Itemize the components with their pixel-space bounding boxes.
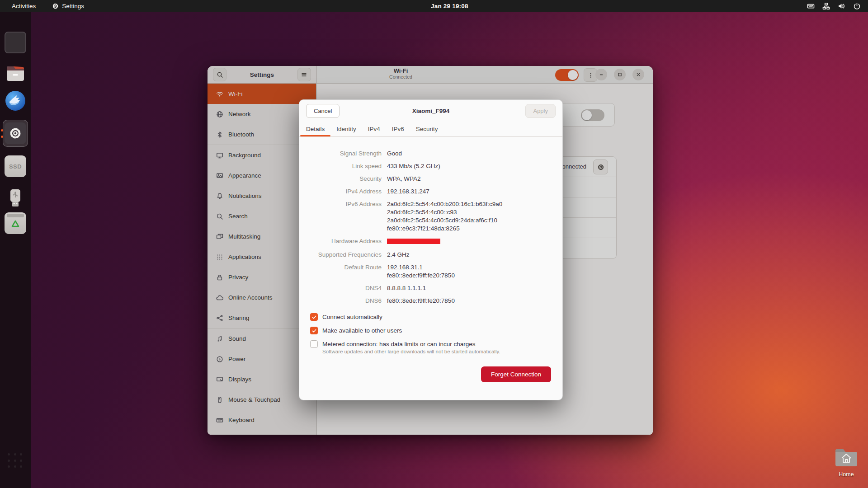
detail-row: Default Route192.168.31.1fe80::8ede:f9ff… xyxy=(310,263,552,280)
dock-item-usb[interactable] xyxy=(5,188,26,209)
detail-label: IPv6 Address xyxy=(310,200,382,233)
checkbox-label: Connect automatically xyxy=(322,313,382,321)
detail-value: 2a0d:6fc2:5c54:4c00:b200:16c1:b63f:c9a02… xyxy=(387,200,502,233)
home-folder-icon xyxy=(834,447,859,468)
dialog-header: Xiaomi_F994 Cancel Apply xyxy=(299,100,562,122)
tab-ipv6[interactable]: IPv6 xyxy=(386,122,410,136)
gear-icon xyxy=(52,3,59,9)
detail-value: 192.168.31.247 xyxy=(387,188,429,196)
detail-value: WPA, WPA2 xyxy=(387,175,421,183)
checkbox-unchecked[interactable] xyxy=(310,340,318,348)
tab-identity[interactable]: Identity xyxy=(330,122,362,136)
usb-drive-icon xyxy=(5,188,26,209)
detail-value: 8.8.8.8 1.1.1.1 xyxy=(387,284,426,292)
clock[interactable]: Jan 29 19:08 xyxy=(431,0,468,12)
detail-row: Link speed433 Mb/s (5.2 GHz) xyxy=(310,162,552,170)
dialog-tabs: DetailsIdentityIPv4IPv6Security xyxy=(299,122,562,137)
detail-label: Signal Strength xyxy=(310,150,382,158)
detail-row: Hardware Address xyxy=(310,237,552,246)
detail-row: DNS48.8.8.8 1.1.1.1 xyxy=(310,284,552,292)
home-folder-shortcut[interactable]: Home xyxy=(831,447,861,478)
home-folder-label: Home xyxy=(831,471,861,478)
settings-app-icon xyxy=(5,122,26,144)
apply-button[interactable]: Apply xyxy=(525,104,556,118)
detail-label: IPv4 Address xyxy=(310,188,382,196)
detail-label: Link speed xyxy=(310,162,382,170)
terminal-app-icon xyxy=(5,32,26,53)
tab-details[interactable]: Details xyxy=(300,122,330,136)
detail-value: 433 Mb/s (5.2 GHz) xyxy=(387,162,440,170)
checkbox-row[interactable]: Metered connection: has data limits or c… xyxy=(310,340,552,355)
checkbox-label: Make available to other users xyxy=(322,326,402,335)
ssd-drive-icon: SSD xyxy=(5,155,26,177)
dock-item-settings[interactable] xyxy=(5,122,26,144)
detail-label: Hardware Address xyxy=(310,237,382,246)
detail-label: Supported Frequencies xyxy=(310,251,382,259)
app-menu-button[interactable]: Settings xyxy=(52,0,84,12)
dock-item-files[interactable] xyxy=(5,63,26,84)
detail-value xyxy=(387,237,440,246)
dialog-body: Signal StrengthGoodLink speed433 Mb/s (5… xyxy=(299,137,562,382)
detail-row: DNS6fe80::8ede:f9ff:fe20:7850 xyxy=(310,297,552,305)
detail-row: IPv4 Address192.168.31.247 xyxy=(310,188,552,196)
power-icon xyxy=(853,2,861,10)
system-tray[interactable] xyxy=(807,0,861,12)
files-app-icon xyxy=(5,63,26,84)
tab-security[interactable]: Security xyxy=(410,122,444,136)
top-bar: Activities Settings Jan 29 19:08 xyxy=(0,0,868,12)
detail-label: DNS4 xyxy=(310,284,382,292)
checkbox-row[interactable]: Make available to other users xyxy=(310,326,552,335)
dock-item-thunderbird[interactable] xyxy=(5,90,26,112)
checkbox-label: Metered connection: has data limits or c… xyxy=(322,340,500,348)
redacted-hardware-address xyxy=(387,239,440,244)
network-details-dialog: Xiaomi_F994 Cancel Apply DetailsIdentity… xyxy=(299,99,563,400)
detail-row: SecurityWPA, WPA2 xyxy=(310,175,552,183)
dialog-actions: Forget Connection xyxy=(310,366,552,382)
detail-value: fe80::8ede:f9ff:fe20:7850 xyxy=(387,297,455,305)
forget-connection-button[interactable]: Forget Connection xyxy=(481,366,551,382)
app-menu-label: Settings xyxy=(62,3,84,9)
cancel-button[interactable]: Cancel xyxy=(306,104,340,118)
activities-label: Activities xyxy=(12,3,36,9)
activities-button[interactable]: Activities xyxy=(12,0,36,12)
dock-item-trash[interactable] xyxy=(5,212,26,234)
checkbox-checked[interactable] xyxy=(310,327,318,334)
desktop: Activities Settings Jan 29 19:08 SSD Hom… xyxy=(0,0,868,488)
detail-row: Signal StrengthGood xyxy=(310,150,552,158)
checkbox-row[interactable]: Connect automatically xyxy=(310,313,552,321)
detail-label: Default Route xyxy=(310,263,382,280)
detail-value: 2.4 GHz xyxy=(387,251,410,259)
dock-item-ssd[interactable]: SSD xyxy=(5,155,26,177)
checkbox-checked[interactable] xyxy=(310,313,318,321)
detail-value: Good xyxy=(387,150,402,158)
trash-icon xyxy=(5,212,26,234)
keyboard-icon xyxy=(807,2,815,10)
checkbox-section: Connect automaticallyMake available to o… xyxy=(310,313,552,355)
checkbox-subtitle: Software updates and other large downloa… xyxy=(322,348,500,355)
detail-row: IPv6 Address2a0d:6fc2:5c54:4c00:b200:16c… xyxy=(310,200,552,233)
network-wired-icon xyxy=(822,2,830,10)
dock: SSD xyxy=(0,12,31,488)
detail-value: 192.168.31.1fe80::8ede:f9ff:fe20:7850 xyxy=(387,263,455,280)
dock-item-terminal[interactable] xyxy=(5,32,26,53)
thunderbird-app-icon xyxy=(5,90,26,112)
detail-row: Supported Frequencies2.4 GHz xyxy=(310,251,552,259)
detail-label: DNS6 xyxy=(310,297,382,305)
tab-ipv4[interactable]: IPv4 xyxy=(362,122,386,136)
details-section: Signal StrengthGoodLink speed433 Mb/s (5… xyxy=(310,150,552,305)
detail-label: Security xyxy=(310,175,382,183)
volume-icon xyxy=(838,2,845,10)
